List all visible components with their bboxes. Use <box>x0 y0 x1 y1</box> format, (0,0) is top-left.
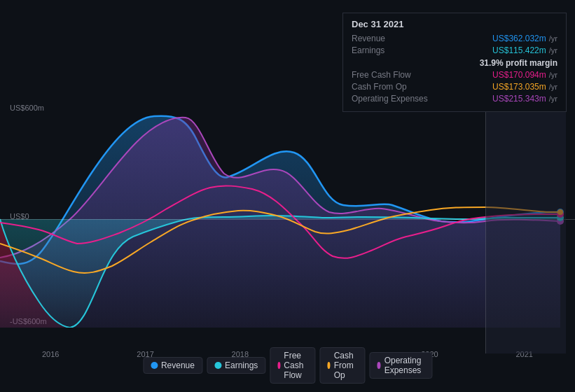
legend-item-revenue[interactable]: Revenue <box>143 357 202 374</box>
legend-label-earnings: Earnings <box>225 360 258 370</box>
x-label-2016: 2016 <box>42 350 59 358</box>
tooltip-value-cashop: US$173.035m/yr <box>492 82 557 92</box>
legend-dot-fcf <box>277 362 280 369</box>
tooltip-row-fcf: Free Cash Flow US$170.094m/yr <box>352 70 557 80</box>
tooltip-row-earnings: Earnings US$115.422m/yr <box>352 46 557 55</box>
highlight-region <box>485 104 566 354</box>
tooltip-box: Dec 31 2021 Revenue US$362.032m/yr Earni… <box>342 13 567 112</box>
legend-item-opex[interactable]: Operating Expenses <box>369 352 432 379</box>
legend-item-fcf[interactable]: Free Cash Flow <box>270 347 315 384</box>
highlight-line <box>485 104 486 354</box>
tooltip-value-earnings: US$115.422m/yr <box>492 46 557 55</box>
legend-label-revenue: Revenue <box>161 360 195 370</box>
legend-label-cashop: Cash From Op <box>334 351 358 380</box>
legend-dot-opex <box>377 362 380 369</box>
tooltip-label-revenue: Revenue <box>352 34 436 43</box>
tooltip-row-opex: Operating Expenses US$215.343m/yr <box>352 94 557 104</box>
tooltip-label-earnings: Earnings <box>352 46 436 55</box>
tooltip-profit-margin: 31.9% profit margin <box>480 58 557 68</box>
tooltip-label-cashop: Cash From Op <box>352 82 436 92</box>
legend-label-opex: Operating Expenses <box>385 356 424 375</box>
legend-label-fcf: Free Cash Flow <box>284 351 307 380</box>
legend-dot-revenue <box>151 362 158 369</box>
tooltip-date: Dec 31 2021 <box>352 19 557 29</box>
tooltip-value-fcf: US$170.094m/yr <box>492 70 557 80</box>
legend-item-cashop[interactable]: Cash From Op <box>319 347 365 384</box>
legend-dot-cashop <box>327 362 330 369</box>
chart-container: Dec 31 2021 Revenue US$362.032m/yr Earni… <box>0 0 575 392</box>
tooltip-row-revenue: Revenue US$362.032m/yr <box>352 34 557 43</box>
tooltip-value-revenue: US$362.032m/yr <box>492 34 557 43</box>
tooltip-value-opex: US$215.343m/yr <box>492 94 557 104</box>
tooltip-row-cashop: Cash From Op US$173.035m/yr <box>352 82 557 92</box>
tooltip-label-opex: Operating Expenses <box>352 94 436 104</box>
tooltip-row-margin: 31.9% profit margin <box>352 57 557 68</box>
legend: Revenue Earnings Free Cash Flow Cash Fro… <box>143 347 432 384</box>
legend-dot-earnings <box>214 362 221 369</box>
legend-item-earnings[interactable]: Earnings <box>207 357 265 374</box>
tooltip-label-fcf: Free Cash Flow <box>352 70 436 80</box>
